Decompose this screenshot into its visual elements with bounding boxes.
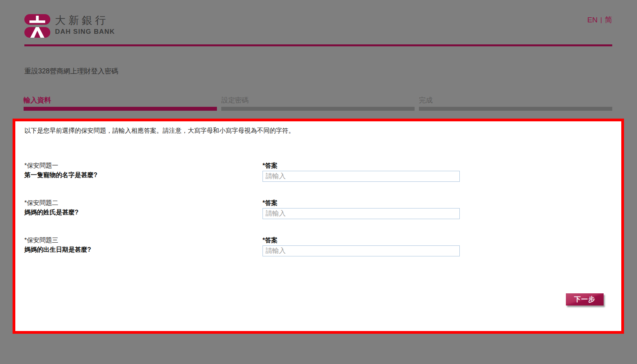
answer-1-input[interactable]	[263, 171, 460, 182]
step-progress-bar	[221, 107, 415, 111]
brand-name-chinese: 大新銀行	[55, 15, 115, 26]
step-progress-bar	[24, 107, 217, 111]
security-questions-panel annotation-highlight: 以下是您早前選擇的保安問題，請輸入相應答案。請注意，大寫字母和小寫字母視為不同的…	[13, 119, 624, 334]
answer-3-group: *答案	[263, 236, 460, 256]
brand-name-english: DAH SING BANK	[55, 27, 115, 36]
header-divider	[24, 44, 612, 46]
answer-2-label: *答案	[263, 199, 460, 207]
dahsing-logo-icon	[24, 13, 50, 39]
brand-text: 大新銀行 DAH SING BANK	[55, 15, 115, 36]
security-question-row-2: *保安問題二 媽媽的姓氏是甚麼? *答案	[24, 198, 614, 217]
answer-3-input[interactable]	[263, 245, 460, 256]
page: 大新銀行 DAH SING BANK EN | 简 重設328營商網上理財登入密…	[0, 0, 637, 364]
answer-1-label: *答案	[263, 162, 460, 170]
language-switcher: EN | 简	[587, 15, 612, 25]
step-label: 完成	[419, 95, 612, 105]
instruction-text: 以下是您早前選擇的保安問題，請輸入相應答案。請注意，大寫字母和小寫字母視為不同的…	[24, 126, 295, 135]
page-title: 重設328營商網上理財登入密碼	[24, 66, 118, 76]
lang-separator: |	[600, 16, 602, 24]
answer-1-group: *答案	[263, 162, 460, 182]
next-step-button[interactable]: 下一步	[566, 293, 604, 305]
step-set-password: 設定密碼	[221, 95, 415, 111]
security-question-row-3: *保安問題三 媽媽的出生日期是甚麼? *答案	[24, 236, 614, 254]
step-progress: 輸入資料 設定密碼 完成	[24, 95, 612, 111]
answer-3-label: *答案	[263, 236, 460, 244]
lang-en-link[interactable]: EN	[587, 16, 597, 24]
security-question-row-1: *保安問題一 第一隻寵物的名字是甚麼? *答案	[24, 161, 614, 180]
lang-simplified-link[interactable]: 简	[605, 15, 612, 25]
answer-2-group: *答案	[263, 199, 460, 219]
step-label: 設定密碼	[221, 95, 415, 105]
step-complete: 完成	[419, 95, 612, 111]
step-label: 輸入資料	[24, 95, 217, 105]
step-enter-details: 輸入資料	[24, 95, 217, 111]
answer-2-input[interactable]	[263, 208, 460, 219]
step-progress-bar	[419, 107, 612, 111]
